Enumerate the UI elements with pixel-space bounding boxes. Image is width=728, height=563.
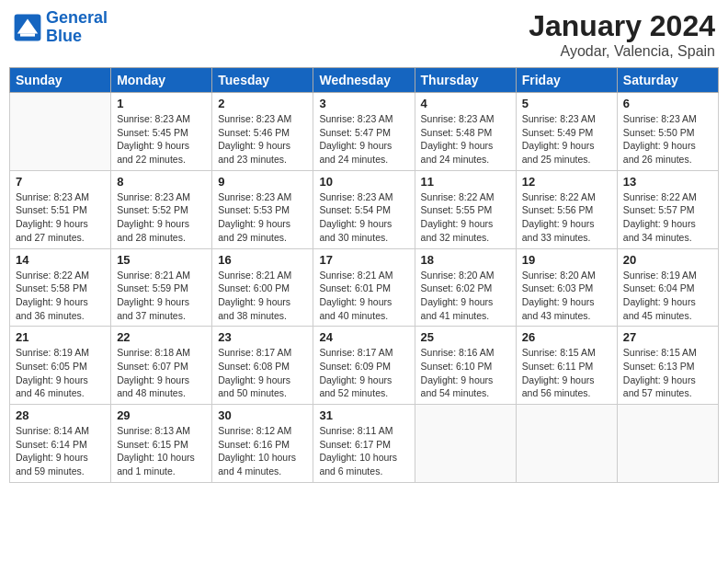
day-info: Sunrise: 8:19 AMSunset: 6:04 PMDaylight:… [623, 269, 712, 323]
calendar-table: SundayMondayTuesdayWednesdayThursdayFrid… [9, 67, 719, 483]
day-number: 21 [16, 330, 105, 344]
weekday-header: Thursday [415, 68, 516, 93]
day-number: 8 [117, 175, 206, 189]
calendar-cell: 19Sunrise: 8:20 AMSunset: 6:03 PMDayligh… [516, 248, 617, 327]
calendar-cell: 8Sunrise: 8:23 AMSunset: 5:52 PMDaylight… [111, 170, 212, 248]
day-info: Sunrise: 8:23 AMSunset: 5:45 PMDaylight:… [117, 112, 206, 167]
day-number: 16 [218, 253, 307, 267]
calendar-cell: 11Sunrise: 8:22 AMSunset: 5:55 PMDayligh… [415, 170, 516, 248]
calendar-cell [617, 405, 718, 483]
day-info: Sunrise: 8:21 AMSunset: 6:00 PMDaylight:… [218, 269, 307, 323]
day-info: Sunrise: 8:23 AMSunset: 5:48 PMDaylight:… [421, 112, 510, 167]
day-number: 23 [218, 330, 307, 344]
day-info: Sunrise: 8:23 AMSunset: 5:54 PMDaylight:… [319, 190, 408, 245]
day-info: Sunrise: 8:17 AMSunset: 6:08 PMDaylight:… [218, 346, 307, 400]
calendar-cell: 30Sunrise: 8:12 AMSunset: 6:16 PMDayligh… [212, 405, 313, 483]
day-info: Sunrise: 8:22 AMSunset: 5:58 PMDaylight:… [16, 269, 105, 323]
day-info: Sunrise: 8:23 AMSunset: 5:49 PMDaylight:… [522, 112, 611, 167]
calendar-cell: 23Sunrise: 8:17 AMSunset: 6:08 PMDayligh… [212, 327, 313, 405]
calendar-cell: 10Sunrise: 8:23 AMSunset: 5:54 PMDayligh… [313, 170, 415, 248]
calendar-week-row: 21Sunrise: 8:19 AMSunset: 6:05 PMDayligh… [10, 327, 719, 405]
calendar-cell: 26Sunrise: 8:15 AMSunset: 6:11 PMDayligh… [516, 327, 617, 405]
day-number: 30 [218, 408, 307, 422]
calendar-cell: 31Sunrise: 8:11 AMSunset: 6:17 PMDayligh… [313, 405, 415, 483]
day-number: 10 [319, 175, 408, 189]
day-info: Sunrise: 8:16 AMSunset: 6:10 PMDaylight:… [421, 346, 510, 400]
calendar-cell [415, 405, 516, 483]
day-number: 7 [16, 175, 105, 189]
calendar-cell: 5Sunrise: 8:23 AMSunset: 5:49 PMDaylight… [516, 93, 617, 171]
calendar-cell: 9Sunrise: 8:23 AMSunset: 5:53 PMDaylight… [212, 170, 313, 248]
weekday-header: Saturday [617, 68, 718, 93]
calendar-cell: 13Sunrise: 8:22 AMSunset: 5:57 PMDayligh… [617, 170, 718, 248]
day-number: 28 [16, 408, 105, 422]
day-number: 24 [319, 330, 408, 344]
day-info: Sunrise: 8:22 AMSunset: 5:56 PMDaylight:… [522, 190, 611, 245]
calendar-cell: 22Sunrise: 8:18 AMSunset: 6:07 PMDayligh… [111, 327, 212, 405]
day-number: 3 [319, 97, 408, 110]
title-block: January 2024 Ayodar, Valencia, Spain [529, 9, 715, 60]
calendar-cell: 15Sunrise: 8:21 AMSunset: 5:59 PMDayligh… [111, 248, 212, 327]
calendar-cell: 28Sunrise: 8:14 AMSunset: 6:14 PMDayligh… [10, 405, 111, 483]
calendar-title: January 2024 [529, 9, 715, 43]
calendar-cell: 27Sunrise: 8:15 AMSunset: 6:13 PMDayligh… [617, 327, 718, 405]
calendar-cell: 17Sunrise: 8:21 AMSunset: 6:01 PMDayligh… [313, 248, 415, 327]
calendar-cell: 14Sunrise: 8:22 AMSunset: 5:58 PMDayligh… [10, 248, 111, 327]
calendar-week-row: 7Sunrise: 8:23 AMSunset: 5:51 PMDaylight… [10, 170, 719, 248]
calendar-cell: 6Sunrise: 8:23 AMSunset: 5:50 PMDaylight… [617, 93, 718, 171]
day-info: Sunrise: 8:20 AMSunset: 6:02 PMDaylight:… [421, 269, 510, 323]
day-info: Sunrise: 8:23 AMSunset: 5:47 PMDaylight:… [319, 112, 408, 167]
calendar-week-row: 28Sunrise: 8:14 AMSunset: 6:14 PMDayligh… [10, 405, 719, 483]
calendar-cell: 29Sunrise: 8:13 AMSunset: 6:15 PMDayligh… [111, 405, 212, 483]
day-number: 15 [117, 253, 206, 267]
day-number: 20 [623, 253, 712, 267]
calendar-cell: 12Sunrise: 8:22 AMSunset: 5:56 PMDayligh… [516, 170, 617, 248]
logo-text: General Blue [46, 9, 108, 46]
day-info: Sunrise: 8:19 AMSunset: 6:05 PMDaylight:… [16, 346, 105, 400]
calendar-cell: 21Sunrise: 8:19 AMSunset: 6:05 PMDayligh… [10, 327, 111, 405]
day-info: Sunrise: 8:23 AMSunset: 5:53 PMDaylight:… [218, 190, 307, 245]
calendar-cell: 1Sunrise: 8:23 AMSunset: 5:45 PMDaylight… [111, 93, 212, 171]
day-info: Sunrise: 8:13 AMSunset: 6:15 PMDaylight:… [117, 424, 206, 478]
calendar-cell: 18Sunrise: 8:20 AMSunset: 6:02 PMDayligh… [415, 248, 516, 327]
day-number: 9 [218, 175, 307, 189]
svg-rect-2 [20, 33, 35, 36]
calendar-cell: 3Sunrise: 8:23 AMSunset: 5:47 PMDaylight… [313, 93, 415, 171]
calendar-week-row: 14Sunrise: 8:22 AMSunset: 5:58 PMDayligh… [10, 248, 719, 327]
weekday-header: Wednesday [313, 68, 415, 93]
day-info: Sunrise: 8:23 AMSunset: 5:50 PMDaylight:… [623, 112, 712, 167]
calendar-cell: 2Sunrise: 8:23 AMSunset: 5:46 PMDaylight… [212, 93, 313, 171]
day-info: Sunrise: 8:20 AMSunset: 6:03 PMDaylight:… [522, 269, 611, 323]
calendar-cell [516, 405, 617, 483]
calendar-subtitle: Ayodar, Valencia, Spain [529, 43, 715, 60]
weekday-header: Sunday [10, 68, 111, 93]
day-number: 14 [16, 253, 105, 267]
day-number: 17 [319, 253, 408, 267]
day-number: 13 [623, 175, 712, 189]
calendar-cell: 24Sunrise: 8:17 AMSunset: 6:09 PMDayligh… [313, 327, 415, 405]
day-number: 12 [522, 175, 611, 189]
logo-icon [13, 13, 42, 42]
day-number: 1 [117, 97, 206, 110]
day-info: Sunrise: 8:15 AMSunset: 6:11 PMDaylight:… [522, 346, 611, 400]
day-number: 4 [421, 97, 510, 110]
day-number: 5 [522, 97, 611, 110]
day-info: Sunrise: 8:21 AMSunset: 6:01 PMDaylight:… [319, 269, 408, 323]
weekday-header: Monday [111, 68, 212, 93]
day-info: Sunrise: 8:23 AMSunset: 5:51 PMDaylight:… [16, 190, 105, 245]
day-info: Sunrise: 8:21 AMSunset: 5:59 PMDaylight:… [117, 269, 206, 323]
weekday-header-row: SundayMondayTuesdayWednesdayThursdayFrid… [10, 68, 719, 93]
calendar-cell: 20Sunrise: 8:19 AMSunset: 6:04 PMDayligh… [617, 248, 718, 327]
weekday-header: Friday [516, 68, 617, 93]
logo: General Blue [13, 9, 108, 46]
calendar-cell: 4Sunrise: 8:23 AMSunset: 5:48 PMDaylight… [415, 93, 516, 171]
day-number: 11 [421, 175, 510, 189]
calendar-cell: 7Sunrise: 8:23 AMSunset: 5:51 PMDaylight… [10, 170, 111, 248]
day-number: 31 [319, 408, 408, 422]
day-number: 6 [623, 97, 712, 110]
day-number: 25 [421, 330, 510, 344]
day-number: 19 [522, 253, 611, 267]
day-number: 18 [421, 253, 510, 267]
day-info: Sunrise: 8:22 AMSunset: 5:55 PMDaylight:… [421, 190, 510, 245]
day-info: Sunrise: 8:14 AMSunset: 6:14 PMDaylight:… [16, 424, 105, 478]
